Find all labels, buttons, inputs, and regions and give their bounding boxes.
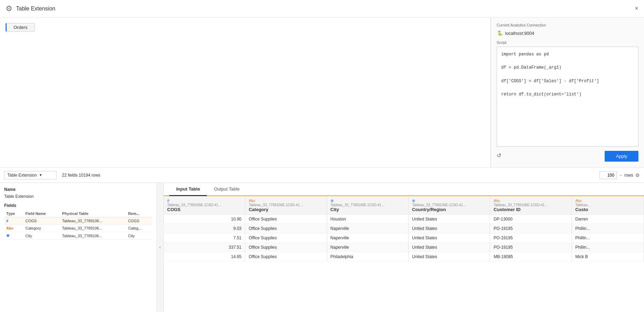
table-cell: Phillin... — [572, 224, 644, 233]
script-label: Script — [497, 40, 638, 45]
tab-output-table[interactable]: Output Table — [207, 183, 246, 196]
tab-input-table[interactable]: Input Table — [169, 183, 207, 196]
table-row: 7.51Office SuppliesNapervilleUnited Stat… — [164, 233, 644, 243]
settings-icon[interactable]: ⚙ — [635, 172, 640, 178]
field-remark: City — [126, 232, 152, 240]
table-cell: United States — [408, 243, 490, 252]
col-type-icon: # — [167, 199, 169, 203]
field-type: Abc — [4, 225, 23, 232]
table-cell: PO-19195 — [490, 243, 572, 252]
table-cell: 14.65 — [164, 252, 245, 262]
table-cell: Office Supplies — [245, 252, 327, 262]
table-cell: PO-19195 — [490, 233, 572, 243]
col-header-category: Abc Tableau_33_7789106E-1C6D-4154-8... C… — [245, 196, 327, 215]
col-header-custo: Abc Tableau... Custo — [572, 196, 644, 215]
field-name: Category — [23, 225, 60, 232]
table-row: 337.51Office SuppliesNapervilleUnited St… — [164, 243, 644, 252]
col-header-remark: Rem... — [126, 210, 152, 217]
script-editor[interactable]: import pandas as pd df = pd.DataFrame(_a… — [497, 47, 638, 147]
col-name: Customer ID — [494, 207, 568, 212]
table-cell: DP-13000 — [490, 215, 572, 224]
col-id: Tableau_33_7789106E-1C6D-4154-8... — [167, 203, 223, 207]
canvas-area: Orders — [0, 17, 491, 167]
table-extension-dropdown[interactable]: Table Extension ▼ — [4, 171, 56, 179]
col-type-icon: ⊕ — [412, 199, 415, 203]
data-panel: Input TableOutput Table # Tableau_33_778… — [164, 183, 644, 312]
table-row: 14.65Office SuppliesPhiladelphiaUnited S… — [164, 252, 644, 262]
col-type-icon: Abc — [494, 199, 500, 203]
top-area: Orders Current Analytics Connection 🐍 lo… — [0, 17, 644, 167]
col-header-city: ⊕ Tableau_33_7789106E-1C6D-4154-8... Cit… — [327, 196, 408, 215]
field-name: COGS — [23, 217, 60, 225]
table-row: 9.03Office SuppliesNapervilleUnited Stat… — [164, 224, 644, 233]
table-cell: Mick B — [572, 252, 644, 262]
properties-panel: Name Table Extension Fields Type Field N… — [0, 183, 157, 312]
tabs-row: Input TableOutput Table — [164, 183, 644, 196]
name-section-title: Name — [4, 187, 152, 192]
col-header-country-region: ⊕ Tableau_33_7789106E-1C6D-4154-8... Cou… — [408, 196, 490, 215]
rows-label: rows — [624, 173, 633, 178]
rows-control: → rows ⚙ — [599, 171, 640, 179]
col-header-physical: Physical Table — [60, 210, 126, 217]
table-cell: United States — [408, 233, 490, 243]
table-cell: Darren — [572, 215, 644, 224]
field-physical-table: Tableau_33_7789106... — [60, 232, 126, 240]
field-physical-table: Tableau_33_7789106... — [60, 217, 126, 225]
title-bar: ⚙ Table Extension × — [0, 0, 644, 17]
table-cell: Phillin... — [572, 243, 644, 252]
col-type-icon: Abc — [575, 199, 582, 203]
table-cell: Office Supplies — [245, 224, 327, 233]
fields-section-title: Fields — [4, 203, 152, 208]
source-tab[interactable]: Orders — [6, 23, 35, 32]
table-cell: MB-18085 — [490, 252, 572, 262]
window-title: Table Extension — [16, 6, 55, 12]
field-row: ⊕ City Tableau_33_7789106... City — [4, 232, 152, 240]
title-bar-left: ⚙ Table Extension — [6, 4, 55, 13]
col-header-customer-id: Abc Tableau_33_7789106E-1C6D-4154-8... C… — [490, 196, 572, 215]
rows-input[interactable] — [599, 171, 617, 179]
script-panel: Current Analytics Connection 🐍 localhost… — [491, 17, 644, 167]
field-row: # COGS Tableau_33_7789106... COGS — [4, 217, 152, 225]
col-type-icon: Abc — [249, 199, 255, 203]
bottom-section: Name Table Extension Fields Type Field N… — [0, 183, 644, 312]
reset-icon[interactable]: ↺ — [497, 152, 501, 159]
col-name: COGS — [167, 207, 241, 212]
data-table-container[interactable]: # Tableau_33_7789106E-1C6D-4154-8... COG… — [164, 196, 644, 312]
col-name: City — [331, 207, 405, 212]
apply-button[interactable]: Apply — [605, 151, 638, 162]
fields-info: 22 fields 10194 rows — [62, 173, 100, 178]
collapse-panel-button[interactable]: ‹ — [157, 183, 164, 312]
table-extension-icon: ⚙ — [6, 4, 13, 13]
col-name: Category — [249, 207, 323, 212]
table-cell: PO-19195 — [490, 224, 572, 233]
col-id: Tableau_33_7789106E-1C6D-4154-8... — [249, 203, 304, 207]
col-id: Tableau_33_7789106E-1C6D-4154-8... — [494, 203, 549, 207]
field-name: City — [23, 232, 60, 240]
field-remark: COGS — [126, 217, 152, 225]
table-cell: 10.90 — [164, 215, 245, 224]
field-type: # — [4, 217, 23, 225]
table-cell: Office Supplies — [245, 233, 327, 243]
close-button[interactable]: × — [635, 5, 638, 12]
field-remark: Categ... — [126, 225, 152, 232]
name-value: Table Extension — [4, 194, 152, 199]
table-cell: Naperville — [327, 233, 408, 243]
table-cell: United States — [408, 224, 490, 233]
field-type: ⊕ — [4, 232, 23, 240]
script-toolbar: ↺ Apply — [497, 147, 638, 162]
fields-table: Type Field Name Physical Table Rem... # … — [4, 210, 152, 240]
analytics-connection-label: Current Analytics Connection — [497, 23, 638, 27]
col-type-icon: ⊕ — [331, 199, 334, 203]
col-header-type: Type — [4, 210, 23, 217]
table-cell: Philadelphia — [327, 252, 408, 262]
rows-dropdown-icon[interactable]: → — [619, 173, 622, 177]
col-header-fieldname: Field Name — [23, 210, 60, 217]
table-cell: Office Supplies — [245, 243, 327, 252]
analytics-server: 🐍 localhost:9004 — [497, 30, 638, 36]
col-id: Tableau_33_7789106E-1C6D-4154-8... — [412, 203, 468, 207]
table-cell: Naperville — [327, 243, 408, 252]
col-id: Tableau... — [575, 203, 631, 207]
col-name: Custo — [575, 207, 640, 212]
table-cell: United States — [408, 252, 490, 262]
dropdown-arrow-icon: ▼ — [39, 173, 42, 177]
